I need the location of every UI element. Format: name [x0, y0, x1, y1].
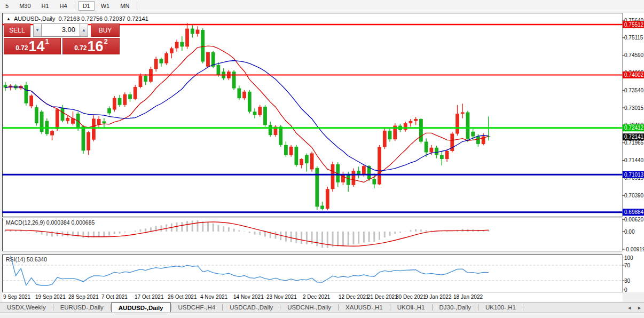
price-badge-label: 0.71013: [624, 172, 644, 178]
tab-eurusd-daily[interactable]: EURUSD-,Daily: [53, 303, 111, 312]
candle-body: [237, 89, 241, 99]
candle-body: [170, 49, 174, 53]
candle-body: [29, 96, 33, 106]
date-axis-label: 14 Nov 2021: [233, 294, 264, 300]
candle: [113, 96, 116, 112]
candle-body: [113, 98, 116, 110]
candle: [274, 125, 278, 137]
candle-body: [294, 147, 298, 165]
rsi-axis-label: 30: [624, 278, 631, 284]
date-axis-label: 23 Nov 2021: [266, 294, 297, 300]
candle-body: [102, 121, 106, 123]
candle: [352, 169, 356, 187]
price-badge: 0.72141: [623, 133, 644, 140]
candle-body: [107, 108, 111, 113]
candle-body: [445, 151, 449, 159]
buy-button[interactable]: BUY: [91, 23, 120, 37]
candle-body: [139, 76, 143, 87]
candle-body: [300, 159, 303, 165]
candle-body: [128, 94, 132, 99]
date-axis-label: 12 Dec 2021: [339, 294, 369, 300]
candle-body: [242, 92, 246, 99]
candle-body: [455, 114, 459, 134]
date-axis-label: 18 Jan 2022: [453, 294, 483, 300]
tab-scroll-left-icon[interactable]: ◄: [627, 305, 632, 311]
date-axis-label: 4 Nov 2021: [200, 294, 228, 300]
price-badge: 0.71013: [623, 171, 644, 178]
macd-axis-label: 0.00: [624, 229, 635, 235]
tab-xauusd-h1[interactable]: XAUUSD-,H1: [339, 303, 390, 312]
price-badge-label: 0.72412: [624, 125, 644, 131]
price-badge-label: 0.74002: [624, 72, 644, 78]
tab-dj30-daily[interactable]: DJ30-,Daily: [433, 303, 478, 312]
candle-body: [82, 126, 85, 151]
price-tick-label: 0.71440: [624, 157, 644, 163]
candle-body: [378, 147, 381, 185]
candle-body: [97, 119, 101, 125]
tab-usdchf-h4[interactable]: USDCHF-,H4: [171, 303, 223, 312]
candle-body: [56, 109, 59, 129]
symbol-tabbar: USDX,WeeklyEURUSD-,DailyAUDUSD-,DailyUSD…: [0, 302, 644, 312]
tab-audusd-daily[interactable]: AUDUSD-,Daily: [111, 303, 171, 312]
price-tick-label: 0.74590: [624, 52, 644, 58]
candle: [450, 132, 454, 153]
candle-body: [164, 53, 168, 63]
rsi-panel: [3, 255, 623, 292]
date-axis-label: 17 Oct 2021: [135, 294, 164, 300]
candle-body: [248, 92, 252, 112]
price-badge: 0.75512: [623, 21, 644, 28]
candle-body: [87, 132, 90, 150]
candle: [201, 28, 205, 63]
candle: [258, 105, 262, 117]
date-axis-label: 28 Sep 2021: [68, 294, 99, 300]
candle-body: [154, 59, 158, 69]
candle-body: [388, 131, 392, 139]
sell-price-sup: 1: [45, 37, 49, 45]
candle-body: [253, 112, 257, 115]
candle-body: [320, 206, 324, 209]
tab-usdcnh-daily[interactable]: USDCNH-,Daily: [280, 303, 338, 312]
candle-body: [383, 131, 387, 147]
candle: [326, 187, 329, 210]
macd-label: MACD(12,26,9) 0.000384 0.000685: [6, 219, 95, 226]
candle-body: [476, 137, 480, 144]
candle-body: [40, 112, 44, 132]
candle-body: [175, 42, 179, 49]
candle-body: [419, 119, 423, 142]
sell-button[interactable]: SELL: [4, 23, 30, 37]
macd-axis-label: 0.006201: [624, 217, 644, 222]
volume-decrease-button[interactable]: ▼: [33, 23, 42, 37]
candle: [206, 52, 210, 68]
price-badge-label: 0.69884: [624, 209, 644, 215]
price-tick-label: 0.71965: [624, 140, 644, 146]
chart-collapse-icon[interactable]: ▲: [6, 17, 11, 21]
candle-body: [123, 94, 127, 105]
candle-body: [61, 108, 65, 121]
candle-body: [279, 126, 282, 145]
candle-body: [258, 107, 262, 115]
candle-body: [429, 148, 433, 153]
price-tick-label: 0.73540: [624, 88, 644, 93]
chart-title-ohlc: 0.72163 0.72756 0.72037 0.72141: [59, 15, 148, 22]
candle-body: [326, 189, 329, 209]
volume-input[interactable]: 3.00: [42, 23, 80, 37]
candle-body: [471, 132, 475, 137]
candle-body: [196, 30, 200, 34]
tab-uk100-h1[interactable]: UK100-,H1: [478, 303, 523, 312]
buy-price-display[interactable]: 0.72162: [62, 38, 120, 54]
trading-app-window: 5M30H1H4D1W1MN 0.756400.751150.745900.74…: [0, 0, 644, 318]
candle: [315, 166, 319, 210]
tab-usdcad-daily[interactable]: USDCAD-,Daily: [223, 303, 280, 312]
date-axis-label: 9 Jan 2022: [425, 294, 452, 300]
date-axis-label: 30 Dec 2021: [396, 294, 426, 300]
sell-price-display[interactable]: 0.72141: [4, 38, 61, 54]
tab-usdx-weekly[interactable]: USDX,Weekly: [0, 303, 53, 312]
volume-increase-button[interactable]: ▲: [80, 23, 88, 37]
tab-ukoil-h1[interactable]: UKOil-,H1: [390, 303, 432, 312]
candle: [263, 105, 267, 127]
candle-body: [191, 29, 194, 34]
candle: [393, 123, 397, 141]
tab-scroll-right-icon[interactable]: ►: [637, 305, 642, 311]
candle-body: [201, 30, 205, 61]
date-axis-label: 26 Oct 2021: [168, 294, 197, 300]
